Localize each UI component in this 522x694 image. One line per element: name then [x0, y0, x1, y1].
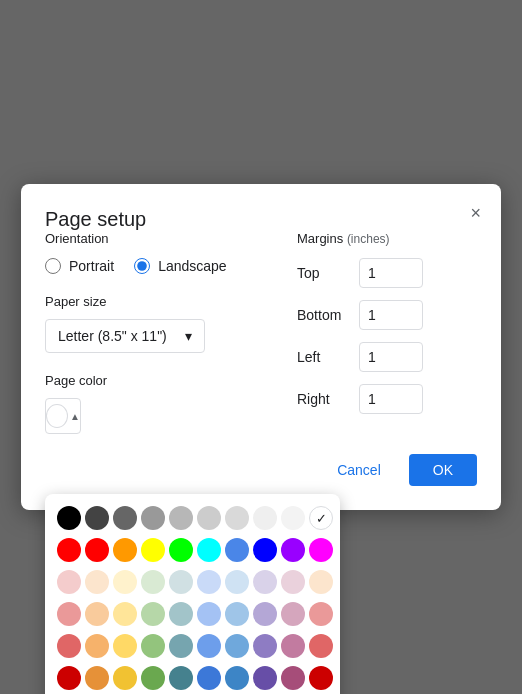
- color-swatch[interactable]: [169, 506, 193, 530]
- color-swatch[interactable]: [169, 666, 193, 690]
- color-swatch[interactable]: [309, 602, 333, 626]
- color-swatch[interactable]: [57, 666, 81, 690]
- orientation-row: Portrait Landscape: [45, 258, 273, 274]
- landscape-label: Landscape: [158, 258, 227, 274]
- color-swatch[interactable]: [197, 602, 221, 626]
- color-dropdown-arrow-icon: ▲: [70, 411, 80, 422]
- portrait-radio[interactable]: [45, 258, 61, 274]
- right-input[interactable]: [359, 384, 423, 414]
- left-label: Left: [297, 349, 347, 365]
- dialog-title: Page setup: [45, 208, 146, 230]
- close-button[interactable]: ×: [466, 200, 485, 226]
- color-swatch[interactable]: [141, 570, 165, 594]
- color-swatch[interactable]: [85, 666, 109, 690]
- color-swatch[interactable]: [141, 666, 165, 690]
- color-swatch[interactable]: [253, 666, 277, 690]
- color-grid-row5: [57, 634, 328, 658]
- margins-unit: (inches): [347, 232, 390, 246]
- color-swatch[interactable]: [253, 570, 277, 594]
- top-input[interactable]: [359, 258, 423, 288]
- color-swatch[interactable]: [309, 666, 333, 690]
- color-swatch[interactable]: [169, 570, 193, 594]
- color-swatch[interactable]: [281, 634, 305, 658]
- color-swatch[interactable]: [309, 570, 333, 594]
- color-swatch[interactable]: [253, 538, 277, 562]
- color-swatch[interactable]: [197, 538, 221, 562]
- color-swatch[interactable]: [85, 506, 109, 530]
- color-swatch[interactable]: [197, 634, 221, 658]
- color-swatch[interactable]: [169, 634, 193, 658]
- color-swatch[interactable]: [85, 634, 109, 658]
- color-swatch[interactable]: [309, 506, 333, 530]
- left-input[interactable]: [359, 342, 423, 372]
- color-swatch[interactable]: [57, 570, 81, 594]
- color-swatch[interactable]: [57, 602, 81, 626]
- color-swatch[interactable]: [169, 538, 193, 562]
- top-margin-row: Top: [297, 258, 477, 288]
- color-swatch[interactable]: [309, 538, 333, 562]
- bottom-input[interactable]: [359, 300, 423, 330]
- color-swatch[interactable]: [169, 602, 193, 626]
- color-swatch[interactable]: [281, 506, 305, 530]
- color-swatch[interactable]: [141, 602, 165, 626]
- color-swatch[interactable]: [225, 634, 249, 658]
- color-swatch[interactable]: [85, 602, 109, 626]
- page-color-label: Page color: [45, 373, 273, 388]
- margins-label: Margins (inches): [297, 231, 477, 246]
- color-swatch[interactable]: [197, 570, 221, 594]
- color-swatch[interactable]: [113, 602, 137, 626]
- color-grid-row4: [57, 602, 328, 626]
- color-grid-row6: [57, 666, 328, 690]
- color-swatch[interactable]: [85, 538, 109, 562]
- color-swatch[interactable]: [113, 506, 137, 530]
- color-swatch[interactable]: [225, 538, 249, 562]
- action-row: Cancel OK: [45, 454, 477, 486]
- color-swatch[interactable]: [281, 602, 305, 626]
- color-swatch[interactable]: [141, 634, 165, 658]
- color-swatch[interactable]: [141, 538, 165, 562]
- color-grid-row1: [57, 506, 328, 530]
- color-picker-popup: CUSTOM +: [45, 494, 340, 694]
- left-column: Orientation Portrait Landscape Paper siz…: [45, 231, 273, 434]
- color-swatch[interactable]: [225, 570, 249, 594]
- right-column: Margins (inches) Top Bottom Left Right: [297, 231, 477, 434]
- cancel-button[interactable]: Cancel: [321, 454, 397, 486]
- paper-size-label: Paper size: [45, 294, 273, 309]
- color-grid-row3: [57, 570, 328, 594]
- color-swatch[interactable]: [253, 506, 277, 530]
- color-swatch[interactable]: [197, 506, 221, 530]
- color-swatch[interactable]: [85, 570, 109, 594]
- orientation-label: Orientation: [45, 231, 273, 246]
- dialog-body: Orientation Portrait Landscape Paper siz…: [45, 231, 477, 434]
- color-swatch[interactable]: [281, 666, 305, 690]
- landscape-option[interactable]: Landscape: [134, 258, 227, 274]
- paper-size-select[interactable]: Letter (8.5" x 11") ▾: [45, 319, 205, 353]
- color-circle: [46, 404, 68, 428]
- color-swatch[interactable]: [141, 506, 165, 530]
- color-swatch[interactable]: [253, 602, 277, 626]
- bottom-label: Bottom: [297, 307, 347, 323]
- color-swatch[interactable]: [225, 666, 249, 690]
- right-margin-row: Right: [297, 384, 477, 414]
- color-swatch[interactable]: [113, 538, 137, 562]
- color-swatch[interactable]: [57, 634, 81, 658]
- color-swatch[interactable]: [57, 506, 81, 530]
- color-grid-row2: [57, 538, 328, 562]
- color-swatch[interactable]: [253, 634, 277, 658]
- portrait-label: Portrait: [69, 258, 114, 274]
- color-swatch[interactable]: [113, 666, 137, 690]
- color-swatch[interactable]: [281, 570, 305, 594]
- page-color-button[interactable]: ▲: [45, 398, 81, 434]
- color-swatch[interactable]: [225, 602, 249, 626]
- ok-button[interactable]: OK: [409, 454, 477, 486]
- color-swatch[interactable]: [113, 634, 137, 658]
- color-swatch[interactable]: [197, 666, 221, 690]
- color-swatch[interactable]: [281, 538, 305, 562]
- color-swatch[interactable]: [225, 506, 249, 530]
- color-swatch[interactable]: [57, 538, 81, 562]
- portrait-option[interactable]: Portrait: [45, 258, 114, 274]
- color-swatch[interactable]: [309, 634, 333, 658]
- paper-size-value: Letter (8.5" x 11"): [58, 328, 167, 344]
- landscape-radio[interactable]: [134, 258, 150, 274]
- color-swatch[interactable]: [113, 570, 137, 594]
